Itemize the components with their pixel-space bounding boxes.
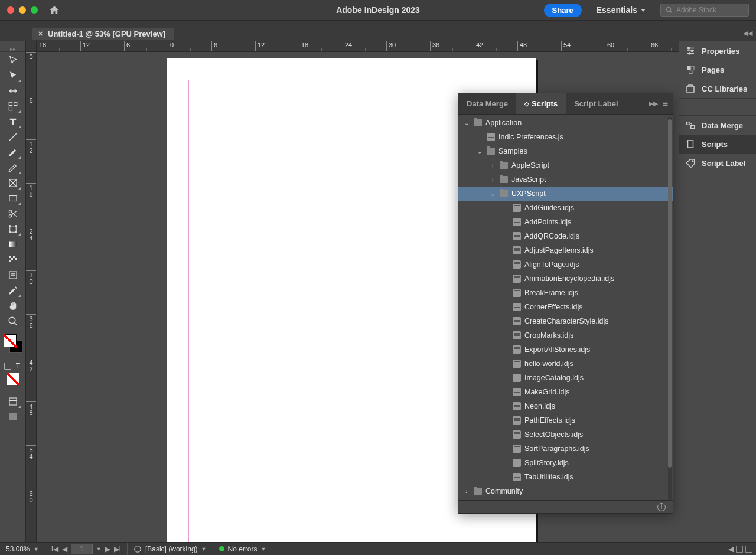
- note-tool[interactable]: [5, 268, 21, 282]
- view-toggle-1[interactable]: [736, 546, 743, 553]
- tree-script[interactable]: AdjustPageItems.idjs: [458, 243, 673, 257]
- vertical-ruler[interactable]: 06121824303642485460: [26, 52, 37, 542]
- tree-script[interactable]: SplitStory.idjs: [458, 456, 673, 470]
- panel-properties[interactable]: Properties: [679, 41, 756, 60]
- panel-script-label[interactable]: Script Label: [679, 154, 756, 172]
- close-window[interactable]: [7, 6, 14, 14]
- tree-script[interactable]: PathEffects.idjs: [458, 413, 673, 427]
- direct-selection-tool[interactable]: [5, 68, 21, 83]
- minimize-window[interactable]: [19, 6, 26, 14]
- tree-script[interactable]: CropMarks.idjs: [458, 328, 673, 342]
- last-page-icon[interactable]: ▶I: [114, 545, 121, 553]
- tree-script[interactable]: AddPoints.idjs: [458, 215, 673, 229]
- chevron-right-icon[interactable]: ›: [463, 488, 470, 495]
- view-mode-normal[interactable]: [5, 394, 21, 409]
- tree-script[interactable]: TabUtilities.idjs: [458, 470, 673, 484]
- tree-script[interactable]: MakeGrid.idjs: [458, 385, 673, 399]
- view-mode-preview[interactable]: [5, 410, 21, 424]
- panel-collapse-icon[interactable]: ◀◀: [743, 30, 752, 37]
- tree-script[interactable]: SortParagraphs.idjs: [458, 442, 673, 456]
- hand-tool[interactable]: [5, 299, 21, 313]
- workspace-switcher[interactable]: Essentials: [597, 5, 646, 15]
- scrollbar-thumb[interactable]: [668, 119, 672, 468]
- panel-cc-libraries[interactable]: CC Libraries: [679, 79, 756, 98]
- tab-script-label[interactable]: Script Label: [566, 93, 626, 114]
- scripts-panel[interactable]: Data Merge ◇Scripts Script Label ▶▶ ≡ ⌄A…: [458, 93, 673, 514]
- selection-tool[interactable]: [5, 53, 21, 67]
- tree-script[interactable]: Indic Preferences.js: [458, 130, 673, 144]
- tree-script[interactable]: ImageCatalog.idjs: [458, 371, 673, 385]
- eyedropper-tool[interactable]: [5, 283, 21, 298]
- tree-script[interactable]: ExportAllStories.idjs: [458, 342, 673, 357]
- gap-tool[interactable]: [5, 99, 21, 113]
- fill-stroke-swatch[interactable]: [4, 334, 22, 353]
- gradient-feather-tool[interactable]: [5, 253, 21, 267]
- chevron-down-icon[interactable]: ⌄: [489, 191, 496, 197]
- type-tool[interactable]: [5, 115, 21, 129]
- free-transform-tool[interactable]: [5, 222, 21, 236]
- fill-swatch[interactable]: [4, 334, 17, 347]
- tree-script[interactable]: AddQRCode.idjs: [458, 229, 673, 243]
- info-icon[interactable]: i: [657, 503, 666, 511]
- tree-folder[interactable]: ⌄Samples: [458, 144, 673, 158]
- panel-data-merge[interactable]: Data Merge: [679, 116, 756, 135]
- tree-folder[interactable]: ⌄Application: [458, 116, 673, 130]
- next-page-icon[interactable]: ▶: [105, 545, 110, 553]
- share-button[interactable]: Share: [544, 4, 582, 17]
- scroll-left-icon[interactable]: ◀: [728, 545, 734, 553]
- first-page-icon[interactable]: I◀: [51, 545, 58, 553]
- tree-script[interactable]: AnimationEncyclopedia.idjs: [458, 272, 673, 286]
- document-tab[interactable]: ✕ Untitled-1 @ 53% [GPU Preview]: [32, 28, 174, 40]
- pen-tool[interactable]: [5, 145, 21, 159]
- apply-none-icon[interactable]: [5, 372, 21, 386]
- tab-data-merge[interactable]: Data Merge: [458, 93, 516, 114]
- tree-script[interactable]: Neon.idjs: [458, 399, 673, 413]
- horizontal-ruler[interactable]: 181260612182430364248546066: [37, 41, 679, 52]
- panel-scripts[interactable]: Scripts: [679, 135, 756, 154]
- page-navigator[interactable]: I◀ ◀ 1 ▼ ▶ ▶I: [45, 543, 128, 555]
- preflight-status[interactable]: No errors ▼: [213, 543, 273, 555]
- line-tool[interactable]: [5, 130, 21, 144]
- tree-script[interactable]: CreateCharacterStyle.idjs: [458, 314, 673, 328]
- tree-script[interactable]: hello-world.idjs: [458, 357, 673, 371]
- home-icon[interactable]: [48, 5, 60, 15]
- tree-folder[interactable]: ›Community: [458, 484, 673, 498]
- tree-script[interactable]: CornerEffects.idjs: [458, 300, 673, 314]
- preflight-profile[interactable]: [Basic] (working) ▼: [128, 543, 213, 555]
- scrollbar[interactable]: [668, 117, 672, 501]
- collapse-icon[interactable]: ▶▶: [649, 100, 658, 107]
- panel-pages[interactable]: Pages: [679, 60, 756, 79]
- tree-script[interactable]: AddGuides.idjs: [458, 201, 673, 215]
- chevron-down-icon[interactable]: ⌄: [476, 148, 483, 155]
- rectangle-tool[interactable]: [5, 191, 21, 205]
- adobe-stock-search[interactable]: Adobe Stock: [660, 4, 749, 17]
- tree-folder[interactable]: ⌄UXPScript: [458, 187, 673, 201]
- scissors-tool[interactable]: [5, 207, 21, 221]
- zoom-level[interactable]: 53.08%▼: [0, 543, 45, 555]
- zoom-tool[interactable]: [5, 314, 21, 328]
- ruler-origin[interactable]: [26, 41, 37, 52]
- view-toggle-2[interactable]: [745, 546, 752, 553]
- chevron-right-icon[interactable]: ›: [489, 177, 496, 183]
- tree-script[interactable]: BreakFrame.idjs: [458, 286, 673, 300]
- formatting-text-icon[interactable]: T: [14, 361, 23, 371]
- toolbox-grip[interactable]: ▸▸: [0, 46, 25, 52]
- pencil-tool[interactable]: [5, 161, 21, 175]
- tab-scripts[interactable]: ◇Scripts: [516, 93, 566, 114]
- page-number-field[interactable]: 1: [71, 544, 93, 554]
- panel-menu-icon[interactable]: ≡: [663, 99, 668, 109]
- prev-page-icon[interactable]: ◀: [62, 545, 67, 553]
- chevron-right-icon[interactable]: ›: [489, 162, 496, 169]
- chevron-down-icon[interactable]: ⌄: [463, 120, 470, 126]
- page-tool[interactable]: [5, 84, 21, 98]
- formatting-container-icon[interactable]: [3, 361, 12, 371]
- close-icon[interactable]: ✕: [38, 30, 43, 38]
- tree-script[interactable]: SelectObjects.idjs: [458, 427, 673, 442]
- zoom-window[interactable]: [31, 6, 38, 14]
- tree-folder[interactable]: ›JavaScript: [458, 172, 673, 187]
- rectangle-frame-tool[interactable]: [5, 176, 21, 190]
- svg-line-5: [9, 133, 17, 141]
- gradient-swatch-tool[interactable]: [5, 237, 21, 252]
- tree-folder[interactable]: ›AppleScript: [458, 158, 673, 172]
- tree-script[interactable]: AlignToPage.idjs: [458, 257, 673, 272]
